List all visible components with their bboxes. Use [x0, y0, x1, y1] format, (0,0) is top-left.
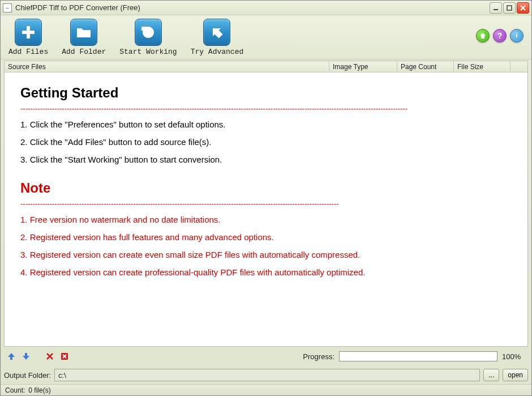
statusbar: Count: 0 file(s) [1, 384, 531, 395]
arrow-down-icon [22, 352, 31, 361]
progress-bar [339, 351, 497, 361]
note-4: 4. Registered version can create profess… [20, 267, 512, 277]
col-page-count[interactable]: Page Count [397, 61, 454, 72]
refresh-icon [135, 19, 162, 46]
home-button[interactable] [476, 29, 490, 42]
note-title: Note [20, 180, 512, 196]
getting-started-title: Getting Started [20, 85, 512, 101]
app-icon: – [3, 3, 12, 12]
step-1: 1. Click the "Preferences" button to set… [20, 120, 512, 129]
svg-rect-3 [22, 31, 35, 34]
note-2: 2. Registered version has full features … [20, 232, 512, 242]
progress-percent: 100% [502, 352, 526, 361]
browse-button[interactable]: ... [483, 369, 499, 381]
maximize-button[interactable] [503, 2, 516, 14]
folder-icon [70, 19, 97, 46]
divider: ----------------------------------------… [20, 104, 512, 113]
note-1: 1. Free version no watermark and no date… [20, 215, 512, 224]
toolbar-info: ? i [476, 29, 524, 46]
info-button[interactable]: i [510, 29, 524, 42]
move-down-button[interactable] [21, 351, 31, 361]
col-spacer [510, 61, 527, 72]
file-list-panel: Source Files Image Type Page Count File … [4, 61, 528, 347]
maximize-icon [506, 5, 513, 11]
home-icon [479, 32, 486, 39]
count-label: Count: [5, 386, 25, 394]
add-files-label: Add Files [8, 48, 48, 56]
titlebar: – ChiefPDF Tiff to PDF Converter (Free) [1, 1, 531, 15]
toolbar: Add Files Add Folder Start Working Try A… [1, 15, 531, 59]
close-button[interactable] [517, 2, 529, 14]
x-all-icon [61, 352, 68, 360]
close-icon [520, 5, 526, 11]
x-icon [46, 352, 54, 360]
start-working-label: Start Working [119, 48, 177, 56]
svg-rect-0 [494, 9, 498, 10]
window-title: ChiefPDF Tiff to PDF Converter (Free) [15, 3, 490, 12]
start-working-button[interactable]: Start Working [119, 19, 177, 56]
step-3: 3. Click the "Start Working" button to s… [20, 155, 512, 164]
arrow-up-icon [7, 352, 16, 361]
minimize-icon [492, 5, 499, 11]
help-button[interactable]: ? [493, 29, 507, 42]
add-files-button[interactable]: Add Files [8, 19, 48, 56]
note-3: 3. Registered version can create even sm… [20, 250, 512, 259]
progress-area: Progress: 100% [303, 351, 526, 361]
output-folder-input[interactable] [54, 369, 480, 381]
app-window: – ChiefPDF Tiff to PDF Converter (Free) … [0, 0, 532, 396]
step-2: 2. Click the "Add Files" button to add s… [20, 137, 512, 147]
remove-all-button[interactable] [59, 351, 70, 361]
info-icon: i [516, 31, 517, 40]
toolbar-actions: Add Files Add Folder Start Working Try A… [8, 19, 243, 56]
col-image-type[interactable]: Image Type [329, 61, 397, 72]
minimize-button[interactable] [490, 2, 502, 14]
window-controls [490, 2, 529, 14]
table-header: Source Files Image Type Page Count File … [5, 61, 527, 73]
question-icon: ? [497, 31, 503, 40]
progress-label: Progress: [303, 352, 334, 361]
welcome-content: Getting Started ------------------------… [5, 73, 527, 346]
col-file-size[interactable]: File Size [454, 61, 510, 72]
plus-icon [15, 19, 42, 46]
count-value: 0 file(s) [28, 386, 50, 394]
output-row: Output Folder: ... open [4, 367, 528, 383]
list-controls: Progress: 100% [4, 349, 528, 364]
try-advanced-label: Try Advanced [191, 48, 244, 56]
note-divider: ----------------------------------------… [20, 199, 512, 208]
move-up-button[interactable] [6, 351, 16, 361]
svg-rect-1 [507, 6, 512, 10]
open-button[interactable]: open [503, 369, 528, 381]
output-folder-label: Output Folder: [4, 371, 51, 380]
remove-button[interactable] [45, 351, 55, 361]
try-advanced-button[interactable]: Try Advanced [191, 19, 244, 56]
col-source-files[interactable]: Source Files [5, 61, 329, 72]
arrow-up-icon [203, 19, 230, 46]
add-folder-label: Add Folder [62, 48, 106, 56]
add-folder-button[interactable]: Add Folder [62, 19, 106, 56]
